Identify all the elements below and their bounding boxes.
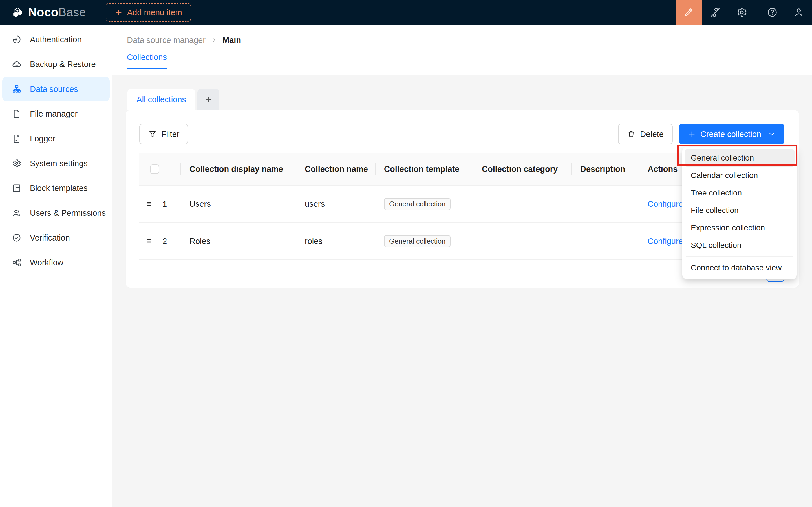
tab-all-collections[interactable]: All collections <box>128 89 195 110</box>
active-tab-indicator <box>127 68 167 69</box>
breadcrumb-item-main: Main <box>222 36 241 45</box>
filter-button[interactable]: Filter <box>139 124 188 145</box>
menu-item-file-collection[interactable]: File collection <box>684 202 795 219</box>
workflow-partition-icon <box>12 258 21 267</box>
filter-button-label: Filter <box>161 129 179 139</box>
cell-name: users <box>296 200 375 209</box>
add-menu-item-label: Add menu item <box>127 8 182 17</box>
data-source-tree-icon <box>12 84 21 94</box>
tab-all-collections-label: All collections <box>137 95 186 104</box>
cloud-backup-icon <box>12 59 21 69</box>
column-header-name[interactable]: Collection name <box>296 153 375 185</box>
chevron-down-icon <box>768 130 775 138</box>
sidebar-item-system-settings[interactable]: System settings <box>2 151 110 176</box>
plus-icon <box>204 95 213 104</box>
column-header-category[interactable]: Collection category <box>473 153 572 185</box>
content-body: All collections Filter <box>112 75 812 507</box>
table-toolbar: Filter Delete Cre <box>139 124 784 145</box>
select-all-checkbox[interactable] <box>150 165 159 174</box>
template-tag: General collection <box>384 235 451 247</box>
sidebar-item-label: Users & Permissions <box>30 209 106 218</box>
chevron-right-icon <box>211 37 217 44</box>
create-collection-menu: General collection Calendar collection T… <box>682 147 797 279</box>
gear-icon <box>12 159 21 168</box>
column-header-display-name[interactable]: Collection display name <box>181 153 296 185</box>
row-index: 2 <box>162 237 167 246</box>
sidebar-item-authentication[interactable]: Authentication <box>2 27 110 52</box>
help-icon[interactable] <box>759 0 785 25</box>
sidebar-item-backup-restore[interactable]: Backup & Restore <box>2 52 110 76</box>
drag-handle-icon[interactable] <box>145 200 154 209</box>
menu-item-connect-database-view[interactable]: Connect to database view <box>684 259 795 277</box>
menu-item-calendar-collection[interactable]: Calendar collection <box>684 167 795 184</box>
sidebar-item-label: Data sources <box>30 84 78 94</box>
menu-item-sql-collection[interactable]: SQL collection <box>684 237 795 254</box>
tab-collections-label: Collections <box>127 53 167 68</box>
nocobase-logo: NocoBase <box>0 6 86 19</box>
nocobase-cube-logo-icon <box>11 6 24 19</box>
plus-icon <box>688 130 696 138</box>
breadcrumb-item-data-source-manager[interactable]: Data source manager <box>127 36 206 45</box>
ui-editor-highlighter-icon[interactable] <box>675 0 702 25</box>
plugins-icon[interactable] <box>702 0 728 25</box>
cell-display-name: Users <box>181 200 296 209</box>
menu-item-tree-collection[interactable]: Tree collection <box>684 184 795 202</box>
configure-link[interactable]: Configure <box>648 200 683 209</box>
team-icon <box>12 208 21 218</box>
menu-divider <box>686 256 794 257</box>
collection-tabs: All collections <box>128 89 799 110</box>
sidebar-item-label: Workflow <box>30 258 63 267</box>
topbar-divider <box>757 7 757 18</box>
user-profile-icon[interactable] <box>785 0 812 25</box>
column-header-description[interactable]: Description <box>572 153 639 185</box>
delete-button[interactable]: Delete <box>618 124 673 145</box>
menu-item-expression-collection[interactable]: Expression collection <box>684 219 795 237</box>
filter-funnel-icon <box>148 130 157 138</box>
check-circle-icon <box>12 233 21 242</box>
layout-blocks-icon <box>12 183 21 193</box>
sidebar-item-block-templates[interactable]: Block templates <box>2 176 110 201</box>
sidebar-item-label: Block templates <box>30 184 88 193</box>
sidebar-item-logger[interactable]: Logger <box>2 126 110 151</box>
sidebar-item-label: Logger <box>30 134 55 144</box>
sidebar-item-data-sources[interactable]: Data sources <box>2 76 110 101</box>
trash-icon <box>627 130 636 138</box>
menu-item-general-collection[interactable]: General collection <box>684 149 795 167</box>
sidebar-item-verification[interactable]: Verification <box>2 225 110 250</box>
file-icon <box>12 109 21 119</box>
logo-wordmark: NocoBase <box>28 6 86 19</box>
add-collection-tab-button[interactable] <box>197 89 219 110</box>
sidebar: Authentication Backup & Restore Data sou… <box>0 25 112 507</box>
drag-handle-icon[interactable] <box>145 237 154 245</box>
cell-display-name: Roles <box>181 237 296 246</box>
template-tag: General collection <box>384 198 451 210</box>
add-menu-item-button[interactable]: Add menu item <box>106 3 191 22</box>
settings-gear-icon[interactable] <box>728 0 755 25</box>
create-collection-button[interactable]: Create collection <box>679 124 784 145</box>
sidebar-item-users-permissions[interactable]: Users & Permissions <box>2 201 110 225</box>
sidebar-item-label: Authentication <box>30 35 82 44</box>
row-index: 1 <box>162 200 167 209</box>
sidebar-item-label: Backup & Restore <box>30 60 96 69</box>
plus-icon <box>115 8 123 16</box>
log-file-icon <box>12 134 21 144</box>
configure-link[interactable]: Configure <box>648 237 683 245</box>
breadcrumb: Data source manager Main <box>127 25 812 45</box>
tab-collections[interactable]: Collections <box>127 53 167 69</box>
sidebar-item-label: File manager <box>30 109 78 119</box>
create-collection-button-label: Create collection <box>700 129 761 139</box>
sidebar-item-workflow[interactable]: Workflow <box>2 250 110 275</box>
topbar: NocoBase Add menu item <box>0 0 812 25</box>
content-header: Data source manager Main Collections <box>112 25 812 75</box>
cell-name: roles <box>296 237 375 246</box>
column-header-template[interactable]: Collection template <box>375 153 473 185</box>
sidebar-item-label: System settings <box>30 159 88 168</box>
sidebar-item-label: Verification <box>30 233 70 242</box>
login-arrow-icon <box>12 35 21 44</box>
sidebar-item-file-manager[interactable]: File manager <box>2 101 110 126</box>
delete-button-label: Delete <box>640 129 664 139</box>
